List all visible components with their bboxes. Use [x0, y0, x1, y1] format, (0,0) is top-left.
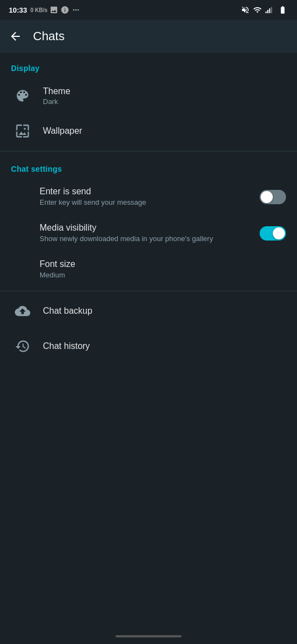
- enter-is-send-title: Enter is send: [40, 187, 260, 197]
- media-visibility-title: Media visibility: [40, 223, 260, 233]
- mute-icon: [241, 6, 250, 14]
- display-section-header: Display: [0, 53, 297, 78]
- enter-is-send-knob: [261, 191, 273, 203]
- theme-title: Theme: [43, 86, 286, 96]
- font-size-title: Font size: [40, 259, 286, 269]
- media-visibility-subtitle: Show newly downloaded media in your phon…: [40, 234, 260, 244]
- battery-icon: [277, 6, 288, 14]
- wallpaper-icon: [15, 123, 30, 139]
- more-icon: [72, 6, 80, 14]
- chat-history-item[interactable]: Chat history: [0, 329, 297, 364]
- bottom-nav-indicator: [116, 635, 182, 637]
- media-visibility-knob: [273, 227, 285, 239]
- chat-settings-section: Chat settings Enter is send Enter key wi…: [0, 154, 297, 288]
- messenger-icon: [61, 6, 69, 14]
- divider-1: [0, 151, 297, 151]
- history-icon-container: [11, 339, 34, 354]
- app-bar: Chats: [0, 20, 297, 53]
- media-visibility-action[interactable]: [260, 226, 286, 241]
- svg-rect-1: [267, 10, 268, 13]
- theme-icon-container: [11, 88, 34, 103]
- gallery-icon: [50, 6, 58, 14]
- svg-rect-3: [271, 7, 272, 13]
- display-section: Display Theme Dark Wallpaper: [0, 53, 297, 149]
- enter-is-send-toggle[interactable]: [260, 190, 286, 204]
- theme-content: Theme Dark: [43, 86, 286, 106]
- theme-subtitle: Dark: [43, 97, 286, 106]
- backup-icon: [15, 303, 30, 319]
- back-button[interactable]: [9, 30, 22, 43]
- enter-is-send-content: Enter is send Enter key will send your m…: [40, 187, 260, 208]
- chat-settings-header: Chat settings: [0, 154, 297, 179]
- media-visibility-toggle[interactable]: [260, 226, 286, 241]
- enter-is-send-action[interactable]: [260, 190, 286, 204]
- wallpaper-title: Wallpaper: [43, 126, 286, 136]
- wallpaper-item[interactable]: Wallpaper: [0, 113, 297, 149]
- chat-backup-item[interactable]: Chat backup: [0, 293, 297, 329]
- font-size-subtitle: Medium: [40, 270, 286, 280]
- backup-section: Chat backup Chat history: [0, 293, 297, 364]
- chat-history-title: Chat history: [43, 341, 286, 351]
- wallpaper-content: Wallpaper: [43, 126, 286, 136]
- wallpaper-icon-container: [11, 123, 34, 139]
- svg-rect-2: [269, 8, 270, 13]
- theme-item[interactable]: Theme Dark: [0, 78, 297, 113]
- theme-icon: [15, 88, 30, 103]
- media-visibility-content: Media visibility Show newly downloaded m…: [40, 223, 260, 244]
- page-title: Chats: [33, 29, 64, 43]
- wifi-icon: [253, 6, 262, 14]
- font-size-item[interactable]: Font size Medium: [0, 252, 297, 288]
- bottom-nav-bar: [0, 629, 297, 644]
- divider-2: [0, 291, 297, 291]
- network-speed: 0 KB/s: [30, 7, 47, 13]
- enter-is-send-subtitle: Enter key will send your message: [40, 198, 260, 208]
- time-display: 10:33: [9, 6, 27, 14]
- chat-backup-content: Chat backup: [43, 306, 286, 316]
- enter-is-send-item[interactable]: Enter is send Enter key will send your m…: [0, 179, 297, 215]
- status-right-icons: [241, 6, 288, 14]
- font-size-content: Font size Medium: [40, 259, 286, 280]
- status-bar: 10:33 0 KB/s: [0, 0, 297, 20]
- svg-rect-0: [266, 12, 267, 13]
- chat-history-content: Chat history: [43, 341, 286, 351]
- history-icon: [15, 339, 30, 354]
- chat-backup-title: Chat backup: [43, 306, 286, 316]
- signal-icon: [265, 6, 274, 14]
- backup-icon-container: [11, 303, 34, 319]
- media-visibility-item[interactable]: Media visibility Show newly downloaded m…: [0, 215, 297, 252]
